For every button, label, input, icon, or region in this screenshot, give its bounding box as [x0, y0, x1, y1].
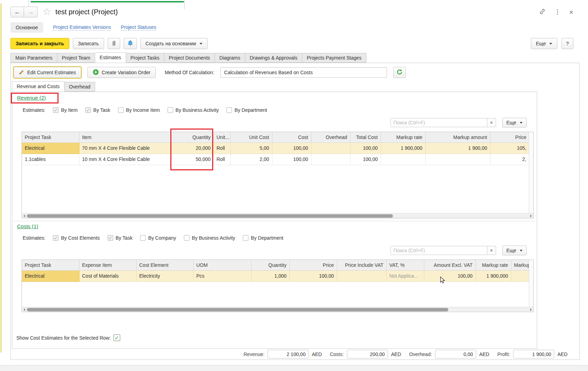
method-of-calculation-label: Method Of Calculation:: [165, 70, 214, 75]
plus-circle-icon: [93, 69, 99, 76]
total-label-overhead: Overhead:: [409, 351, 432, 357]
checkbox-by-business-activity[interactable]: By Business Activity: [184, 235, 235, 241]
column-header-markup-rate[interactable]: Markup rate: [381, 132, 425, 142]
total-value-revenue[interactable]: 2 100,00: [268, 350, 309, 358]
total-value-costs[interactable]: 200,00: [347, 350, 388, 358]
column-header-amount-excl-vat[interactable]: Amount Excl. VAT: [424, 260, 475, 270]
total-value-overhead[interactable]: 0,00: [435, 350, 476, 358]
column-header-project-task[interactable]: Project Task: [22, 132, 79, 142]
column-header-project-task[interactable]: Project Task: [22, 260, 79, 270]
totals-bar: Revenue:2 100,00AEDCosts:200,00AEDOverhe…: [11, 349, 579, 360]
checkbox-label: By Item: [61, 107, 77, 113]
nav-link-project-statuses[interactable]: Project Statuses: [121, 24, 156, 31]
method-of-calculation-field[interactable]: [220, 67, 387, 78]
cell-item: 70 mm X 4 Core Flexible Cable: [79, 142, 171, 154]
costs-more-button[interactable]: Еще: [502, 246, 527, 255]
column-header-markup-rate[interactable]: Markup rate: [475, 260, 511, 270]
cell-uom: Pcs: [193, 270, 251, 281]
scroll-track[interactable]: [26, 214, 529, 218]
edit-current-estimates-button[interactable]: Edit Current Estimates: [14, 67, 81, 78]
checkbox-by-company[interactable]: By Company: [140, 235, 176, 241]
column-header-price[interactable]: Price: [490, 132, 529, 142]
vertical-scrollbar[interactable]: [529, 260, 533, 307]
column-header-overhead[interactable]: Overhead: [311, 132, 350, 142]
scroll-left-arrow[interactable]: [22, 214, 26, 218]
column-header-quantity[interactable]: Quantity: [251, 260, 289, 270]
revenue-more-button[interactable]: Еще: [502, 118, 527, 127]
column-header-item[interactable]: Item: [79, 132, 171, 142]
total-value-profit[interactable]: 1 900,00: [513, 350, 554, 358]
attachments-button[interactable]: [108, 38, 120, 49]
scroll-thumb[interactable]: [27, 308, 448, 311]
column-header-unit-cost[interactable]: Unit Cost: [230, 132, 272, 142]
column-header-vat[interactable]: VAT, %: [386, 260, 424, 270]
tab-project-tasks[interactable]: Project Tasks: [126, 53, 164, 63]
window-menu-icon[interactable]: [555, 9, 560, 15]
vertical-scrollbar[interactable]: [529, 132, 533, 213]
back-button[interactable]: ←: [10, 7, 24, 17]
checkbox-by-item[interactable]: ✓By Item: [53, 107, 77, 113]
table-row[interactable]: Electrical70 mm X 4 Core Flexible Cable2…: [22, 142, 529, 154]
costs-search-input[interactable]: [390, 246, 487, 255]
checkbox-by-department[interactable]: By Department: [226, 107, 267, 113]
checkbox-box: ✓: [53, 235, 59, 241]
save-button[interactable]: Записать: [73, 38, 104, 49]
tab-estimates[interactable]: Estimates: [95, 52, 126, 63]
column-header-expense-item[interactable]: Expense Item: [79, 260, 136, 270]
forward-button[interactable]: →: [24, 7, 38, 17]
checkbox-box: [226, 107, 232, 113]
tab-project-documents[interactable]: Project Documents: [164, 53, 215, 63]
column-header-price[interactable]: Price: [289, 260, 337, 270]
nav-link-project-estimates-versions[interactable]: Project Estimates Versions: [53, 24, 111, 31]
checkbox-by-income-item[interactable]: By Income Item: [118, 107, 160, 113]
tab-drawings-approvals[interactable]: Drawings & Approvals: [245, 53, 302, 63]
table-row[interactable]: ElectricalCost of MaterialsElectricityPc…: [22, 270, 529, 281]
checkbox-by-cost-elements[interactable]: ✓By Cost Elements: [53, 235, 100, 241]
column-header-quantity[interactable]: Quantity: [171, 132, 214, 142]
scroll-right-arrow[interactable]: [529, 307, 533, 312]
more-button[interactable]: Еще: [531, 38, 558, 49]
column-header-unit[interactable]: Unit...: [214, 132, 230, 142]
subtab-revenue-and-costs[interactable]: Revenue and Costs: [12, 81, 64, 92]
tab-main-parameters[interactable]: Main Parameters: [10, 53, 57, 63]
revenue-search-clear-icon[interactable]: ×: [487, 118, 496, 127]
get-link-icon[interactable]: [539, 8, 546, 16]
favorite-star-icon[interactable]: ☆: [42, 7, 51, 17]
checkbox-by-department[interactable]: By Department: [243, 235, 283, 241]
save-and-close-button[interactable]: Записать и закрыть: [10, 38, 69, 49]
horizontal-scrollbar[interactable]: [22, 307, 533, 312]
show-cost-estimates-checkbox[interactable]: ✓: [114, 334, 120, 341]
checkbox-by-task[interactable]: ✓By Task: [108, 235, 133, 241]
column-header-markup[interactable]: Markup: [511, 260, 529, 270]
column-header-markup-amount[interactable]: Markup amount: [425, 132, 490, 142]
refresh-button[interactable]: [393, 67, 406, 78]
column-header-uom[interactable]: UOM: [193, 260, 251, 270]
tab-diagrams[interactable]: Diagrams: [215, 53, 245, 63]
costs-search-clear-icon[interactable]: ×: [487, 246, 496, 255]
column-header-cost[interactable]: Cost: [272, 132, 311, 142]
nav-link-item[interactable]: Основное: [10, 22, 43, 33]
horizontal-scrollbar[interactable]: [22, 213, 533, 218]
close-icon[interactable]: ×: [569, 8, 573, 16]
table-row[interactable]: 1.1cables10 mm X 4 Core Flexible Cable50…: [22, 154, 529, 165]
scroll-thumb[interactable]: [27, 214, 393, 218]
revenue-section-link[interactable]: Revenue (2): [17, 95, 46, 101]
costs-section-link[interactable]: Costs (1): [17, 223, 38, 229]
checkbox-by-business-activity[interactable]: By Business Activity: [168, 107, 219, 113]
column-header-price-include-vat[interactable]: Price Include VAT: [337, 260, 386, 270]
scroll-left-arrow[interactable]: [22, 307, 26, 312]
scroll-track[interactable]: [26, 307, 529, 312]
scroll-right-arrow[interactable]: [529, 214, 533, 218]
subtab-overhead[interactable]: Overhead: [64, 82, 95, 92]
column-header-total-cost[interactable]: Total Cost: [350, 132, 381, 142]
tab-projects-payment-stages[interactable]: Projects Payment Stages: [302, 53, 366, 63]
revenue-search-input[interactable]: [390, 118, 487, 127]
notifications-button[interactable]: [124, 38, 137, 49]
forward-icon: →: [28, 8, 34, 16]
create-variation-order-button[interactable]: Create Variation Order: [87, 67, 156, 78]
checkbox-by-task[interactable]: ✓By Task: [85, 107, 110, 113]
help-button[interactable]: ?: [562, 38, 573, 49]
column-header-cost-element[interactable]: Cost Element: [136, 260, 193, 270]
create-based-on-button[interactable]: Создать на основании: [140, 38, 208, 49]
tab-project-team[interactable]: Project Team: [57, 53, 95, 63]
